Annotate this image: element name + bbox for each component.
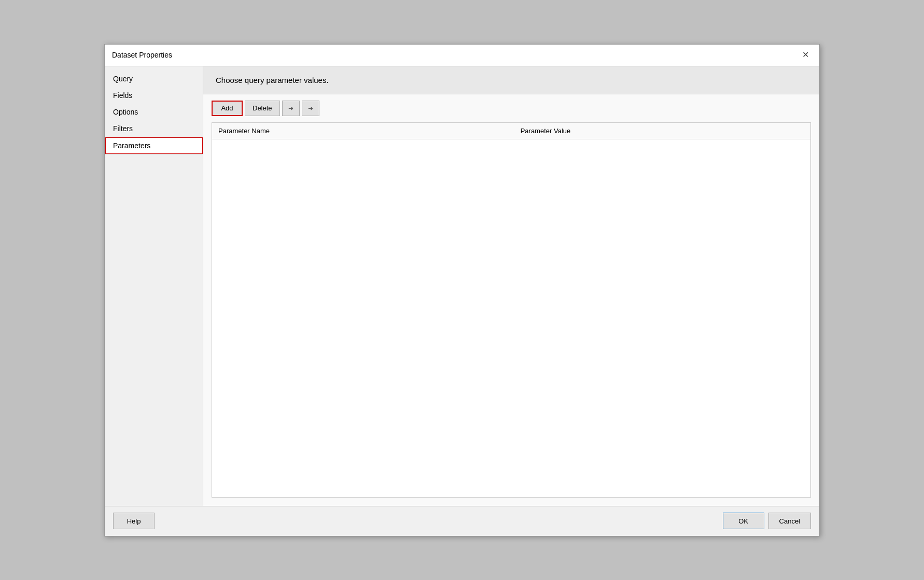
move-down-icon: ➜ — [308, 105, 313, 112]
add-button[interactable]: Add — [212, 101, 243, 116]
move-down-button[interactable]: ➜ — [302, 101, 319, 116]
title-bar: Dataset Properties ✕ — [105, 45, 819, 66]
ok-button[interactable]: OK — [723, 513, 764, 529]
content-header: Choose query parameter values. — [203, 66, 819, 94]
dialog-footer: Help OK Cancel — [105, 506, 819, 536]
sidebar-item-query[interactable]: Query — [105, 70, 203, 87]
sidebar-item-options[interactable]: Options — [105, 104, 203, 120]
cancel-button[interactable]: Cancel — [768, 513, 811, 529]
toolbar: Add Delete ➜ ➜ — [203, 94, 819, 122]
dataset-properties-dialog: Dataset Properties ✕ Query Fields Option… — [104, 44, 820, 536]
parameters-table-area: Parameter Name Parameter Value — [212, 122, 811, 498]
dialog-body: Query Fields Options Filters Parameters … — [105, 66, 819, 506]
delete-button[interactable]: Delete — [245, 101, 280, 116]
sidebar: Query Fields Options Filters Parameters — [105, 66, 203, 506]
move-up-button[interactable]: ➜ — [282, 101, 300, 116]
column-header-param-name: Parameter Name — [212, 123, 514, 139]
help-button[interactable]: Help — [113, 513, 155, 529]
content-header-text: Choose query parameter values. — [216, 76, 329, 84]
table-header-row: Parameter Name Parameter Value — [212, 123, 810, 139]
column-header-param-value: Parameter Value — [514, 123, 810, 139]
move-up-icon: ➜ — [288, 105, 293, 112]
dialog-title: Dataset Properties — [112, 51, 172, 59]
sidebar-item-fields[interactable]: Fields — [105, 87, 203, 104]
parameters-table: Parameter Name Parameter Value — [212, 123, 810, 139]
main-content: Choose query parameter values. Add Delet… — [203, 66, 819, 506]
sidebar-item-parameters[interactable]: Parameters — [105, 137, 203, 154]
sidebar-item-filters[interactable]: Filters — [105, 120, 203, 137]
close-button[interactable]: ✕ — [799, 50, 812, 60]
footer-right: OK Cancel — [723, 513, 811, 529]
